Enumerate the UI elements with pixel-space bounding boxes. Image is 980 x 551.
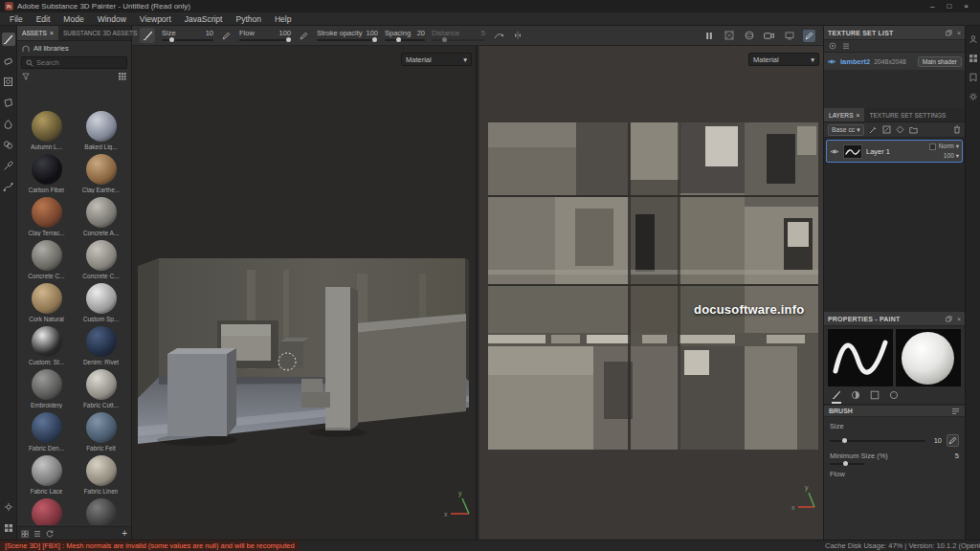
asset-item[interactable]: Fabric Cott... [74, 365, 128, 408]
tab-assets-close-icon[interactable]: × [50, 30, 54, 36]
size-value[interactable]: 10 [206, 30, 213, 36]
channel-filter-dropdown[interactable]: Base cc ▾ [828, 124, 864, 136]
minimize-button[interactable]: – [930, 2, 934, 11]
material-picker-tool[interactable] [2, 159, 15, 172]
pause-engine-icon[interactable] [702, 30, 715, 42]
brush-section-header[interactable]: BRUSH [824, 405, 965, 417]
tab-assets[interactable]: ASSETS × [17, 26, 58, 40]
paint-tool[interactable] [2, 33, 15, 46]
flow-pressure-icon[interactable] [298, 30, 310, 42]
shelf-toggle-icon[interactable] [2, 521, 15, 535]
menu-item-mode[interactable]: Mode [56, 14, 90, 24]
size-slider-handle[interactable] [169, 37, 174, 42]
lazy-mouse-icon[interactable] [492, 30, 504, 42]
brush-size-value[interactable]: 10 [930, 436, 942, 445]
size-slider[interactable] [162, 39, 213, 41]
settings-icon[interactable] [969, 92, 978, 101]
tab-brush[interactable] [832, 390, 841, 404]
add-group-icon[interactable] [909, 126, 918, 134]
pencil-mode-icon[interactable] [803, 30, 815, 42]
tab-texture-set-settings[interactable]: TEXTURE SET SETTINGS [864, 108, 950, 121]
menu-item-edit[interactable]: Edit [30, 14, 57, 24]
asset-item[interactable]: Fabric Felt [74, 408, 128, 452]
flow-slider-handle[interactable] [286, 37, 291, 42]
asset-item[interactable]: Fabric Lace [19, 452, 74, 495]
asset-item[interactable]: Autumn L... [19, 107, 74, 150]
stroke-opacity-slider-handle[interactable] [372, 37, 377, 42]
asset-item[interactable]: Baked Lig... [74, 107, 128, 150]
spacing-slider-handle[interactable] [396, 37, 401, 42]
maximize-button[interactable]: □ [947, 2, 951, 11]
polygon-fill-tool[interactable] [2, 96, 15, 109]
texture-set-visibility-icon[interactable] [827, 58, 836, 65]
menu-item-python[interactable]: Python [229, 14, 267, 24]
asset-item[interactable]: Denim: Rivet [74, 322, 128, 365]
menu-item-javascript[interactable]: JavaScript [178, 14, 230, 24]
asset-item[interactable]: Cork Natural [19, 279, 74, 322]
refresh-icon[interactable] [46, 530, 54, 538]
spacing-slider[interactable] [385, 39, 425, 41]
environment-sphere-icon[interactable] [743, 30, 755, 42]
brush-stroke-preview[interactable] [828, 329, 893, 386]
material-sphere-preview[interactable] [896, 329, 961, 386]
layer-visibility-icon[interactable] [830, 148, 839, 155]
layer-indicator[interactable] [929, 143, 936, 150]
tsl-filter-icon[interactable] [829, 42, 836, 50]
viewport-3d-material-dropdown[interactable]: Material ▾ [401, 53, 472, 66]
texture-set-row[interactable]: lambert2 2048x2048 Main shader [824, 53, 965, 70]
asset-item[interactable]: Concrete C... [19, 236, 74, 279]
asset-item[interactable]: Clay Terrac... [19, 193, 74, 236]
add-resources-button[interactable]: + [122, 529, 127, 539]
flow-slider[interactable] [239, 39, 291, 41]
tsl-list-icon[interactable] [842, 42, 850, 50]
menu-item-viewport[interactable]: Viewport [133, 14, 178, 24]
asset-item[interactable]: Custom: St... [19, 322, 74, 365]
asset-item[interactable]: Fabric Den... [19, 408, 74, 452]
symmetry-icon[interactable] [511, 30, 523, 42]
projection-tool[interactable] [2, 75, 15, 88]
viewport-2d[interactable]: x y Material ▾ docusoftware.info [479, 46, 823, 540]
brush-size-slider[interactable] [830, 440, 925, 442]
layer-thumbnail[interactable] [843, 144, 862, 159]
search-box[interactable] [21, 56, 127, 69]
menu-item-help[interactable]: Help [268, 14, 298, 24]
asset-item[interactable]: Embroidery [19, 365, 74, 408]
delete-layer-icon[interactable] [953, 125, 961, 134]
library-selector[interactable]: All libraries [17, 41, 131, 55]
asset-item[interactable]: Concrete A... [74, 193, 128, 236]
asset-item[interactable]: Carbon Fiber [19, 150, 74, 193]
main-shader-button[interactable]: Main shader [918, 56, 962, 67]
blend-mode-dropdown[interactable]: Norm ▾ [939, 143, 959, 150]
asset-item[interactable]: Concrete C... [74, 236, 128, 279]
menu-item-window[interactable]: Window [91, 14, 133, 24]
grid-view-icon[interactable] [118, 72, 126, 80]
asset-item[interactable]: Clay Earthe... [74, 150, 128, 193]
size-pressure-icon[interactable] [220, 30, 233, 42]
add-fill-layer-icon[interactable] [896, 125, 904, 134]
learn-icon[interactable] [969, 73, 978, 82]
tab-substance-3d-assets[interactable]: SUBSTANCE 3D ASSETS [58, 26, 143, 40]
tab-stencil[interactable] [870, 390, 880, 404]
asset-item[interactable]: Fabric Linen [74, 452, 128, 495]
smudge-tool[interactable] [2, 117, 15, 130]
search-input[interactable] [36, 58, 117, 67]
tab-material[interactable] [889, 390, 899, 404]
tool-settings-icon[interactable] [2, 500, 15, 514]
apps-icon[interactable] [969, 54, 978, 63]
eraser-tool[interactable] [2, 54, 15, 67]
display-settings-icon[interactable] [783, 30, 795, 42]
asset-grid[interactable]: Autumn L...Baked Lig...Carbon FiberClay … [19, 107, 129, 525]
size-pressure-toggle[interactable] [947, 434, 959, 447]
spacing-value[interactable]: 20 [417, 30, 425, 36]
perspective-icon[interactable] [723, 30, 735, 42]
filter-icon[interactable] [22, 73, 30, 80]
min-size-slider[interactable] [830, 463, 864, 465]
add-paint-layer-icon[interactable] [882, 125, 891, 134]
clone-tool[interactable] [2, 138, 15, 151]
tab-alpha[interactable] [851, 390, 860, 404]
thumbnails-view-icon[interactable] [21, 530, 29, 538]
layer-row[interactable]: Layer 1 Norm ▾ 100 ▾ [826, 140, 963, 163]
list-view-icon[interactable] [33, 530, 41, 538]
tab-layers[interactable]: LAYERS × [824, 108, 864, 121]
asset-item[interactable]: Fabric Nylon [19, 495, 74, 525]
